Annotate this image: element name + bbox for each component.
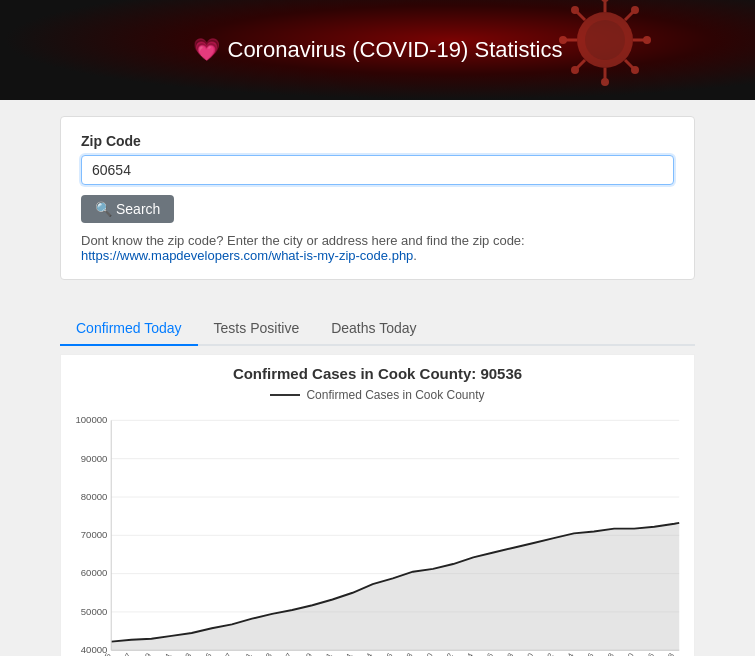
- svg-text:100000: 100000: [75, 414, 107, 425]
- page-title: 💗 Coronavirus (COVID-19) Statistics: [193, 37, 563, 63]
- svg-text:90000: 90000: [81, 453, 108, 464]
- tab-tests-positive[interactable]: Tests Positive: [198, 312, 316, 346]
- svg-text:80000: 80000: [81, 491, 108, 502]
- svg-line-12: [625, 12, 633, 20]
- hint-text: Dont know the zip code? Enter the city o…: [81, 233, 674, 263]
- svg-point-17: [631, 66, 639, 74]
- tabs-section: Confirmed Today Tests Positive Deaths To…: [60, 312, 695, 346]
- tab-list: Confirmed Today Tests Positive Deaths To…: [60, 312, 695, 346]
- mapdevelopers-link[interactable]: https://www.mapdevelopers.com/what-is-my…: [81, 248, 413, 263]
- svg-point-3: [601, 0, 609, 2]
- virus-decoration: [555, 0, 655, 90]
- svg-point-9: [643, 36, 651, 44]
- legend-line-icon: [270, 394, 300, 396]
- svg-line-16: [625, 60, 633, 68]
- heart-icon: 💗: [193, 37, 220, 63]
- svg-line-10: [577, 12, 585, 20]
- svg-point-15: [571, 66, 579, 74]
- tab-confirmed-today[interactable]: Confirmed Today: [60, 312, 198, 346]
- zip-input[interactable]: [81, 155, 674, 185]
- line-chart: 100000 90000 80000 70000 60000 50000 400…: [71, 406, 684, 656]
- svg-text:50000: 50000: [81, 606, 108, 617]
- zip-label: Zip Code: [81, 133, 674, 149]
- main-content: Zip Code 🔍 Search Dont know the zip code…: [0, 100, 755, 312]
- search-button[interactable]: 🔍 Search: [81, 195, 174, 223]
- hero-section: 💗 Coronavirus (COVID-19) Statistics: [0, 0, 755, 100]
- svg-point-11: [571, 6, 579, 14]
- svg-point-1: [585, 20, 625, 60]
- chart-legend: Confirmed Cases in Cook County: [71, 388, 684, 402]
- svg-line-14: [577, 60, 585, 68]
- svg-text:60000: 60000: [81, 567, 108, 578]
- chart-title: Confirmed Cases in Cook County: 90536: [71, 365, 684, 382]
- svg-point-13: [631, 6, 639, 14]
- search-icon: 🔍: [95, 201, 112, 217]
- chart-container: Confirmed Cases in Cook County: 90536 Co…: [60, 354, 695, 656]
- search-card: Zip Code 🔍 Search Dont know the zip code…: [60, 116, 695, 280]
- tab-deaths-today[interactable]: Deaths Today: [315, 312, 432, 346]
- svg-text:70000: 70000: [81, 529, 108, 540]
- svg-point-5: [601, 78, 609, 86]
